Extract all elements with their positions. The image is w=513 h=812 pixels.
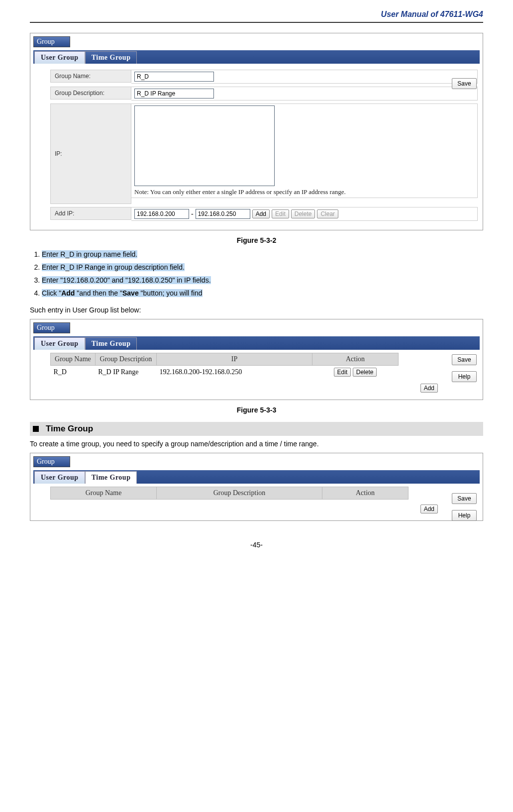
group-name-input[interactable] <box>134 72 214 82</box>
step-2: Enter R_D IP Range in group description … <box>42 263 185 271</box>
row-delete-button[interactable]: Delete <box>353 368 377 377</box>
th-group-name: Group Name <box>51 353 96 366</box>
dash: - <box>191 210 194 218</box>
delete-button[interactable]: Delete <box>291 209 315 218</box>
tab-time-group[interactable]: Time Group <box>85 51 137 64</box>
ip-listbox[interactable] <box>134 105 275 186</box>
panel-title-3: Group <box>33 456 70 467</box>
cell-name: R_D <box>51 366 96 379</box>
figure-5-3-3: Group User Group Time Group Group Name G… <box>30 319 483 400</box>
figure-time-group-list: Group User Group Time Group Group Name G… <box>30 453 483 521</box>
save-button-2[interactable]: Save <box>452 354 477 365</box>
tab-user-group-3[interactable]: User Group <box>34 471 85 484</box>
section-title: Time Group <box>46 424 93 434</box>
step-4-e: "button; you will find <box>141 289 203 297</box>
help-button-3[interactable]: Help <box>452 510 477 521</box>
edit-button[interactable]: Edit <box>272 209 289 218</box>
label-group-desc: Group Description: <box>50 87 131 100</box>
user-group-table: Group Name Group Description IP Action R… <box>50 353 399 379</box>
th-group-desc: Group Description <box>95 353 156 366</box>
tab-user-group[interactable]: User Group <box>34 51 85 64</box>
section-time-group: Time Group <box>30 422 483 436</box>
tab-time-group-3[interactable]: Time Group <box>85 471 137 484</box>
row-edit-button[interactable]: Edit <box>334 368 351 377</box>
th3-group-name: Group Name <box>51 487 157 500</box>
step-4-c: "and then the " <box>77 289 122 297</box>
step-4-a: Click " <box>42 289 61 297</box>
panel-title: Group <box>33 36 70 47</box>
th3-group-desc: Group Description <box>157 487 322 500</box>
table-row: R_D R_D IP Range 192.168.0.200-192.168.0… <box>51 366 399 379</box>
figure-5-3-2: Group User Group Time Group Group Name: … <box>30 33 483 230</box>
panel-title-2: Group <box>33 322 70 333</box>
tabs: User Group Time Group <box>33 50 480 64</box>
section-para: To create a time group, you need to spec… <box>30 440 483 448</box>
save-button-3[interactable]: Save <box>452 493 477 504</box>
page-number: -45- <box>30 541 483 549</box>
list-add-button-3[interactable]: Add <box>420 505 438 513</box>
help-button-2[interactable]: Help <box>452 371 477 382</box>
clear-button[interactable]: Clear <box>317 209 338 218</box>
ip-start-input[interactable] <box>134 209 189 219</box>
th-action: Action <box>312 353 399 366</box>
ip-end-input[interactable] <box>196 209 250 219</box>
cell-desc: R_D IP Range <box>95 366 156 379</box>
figure-caption-5-3-2: Figure 5-3-2 <box>30 236 483 244</box>
th3-action: Action <box>322 487 409 500</box>
tab-user-group-2[interactable]: User Group <box>34 337 85 350</box>
step-3: Enter "192.168.0.200" and "192.168.0.250… <box>42 276 211 284</box>
ip-note: Note: You can only either enter a single… <box>134 188 474 196</box>
doc-header: User Manual of 47611-WG4 <box>30 10 483 23</box>
instruction-steps: Enter R_D in group name field. Enter R_D… <box>30 250 483 297</box>
group-desc-input[interactable] <box>134 89 214 99</box>
step-1: Enter R_D in group name field. <box>42 250 137 258</box>
add-button[interactable]: Add <box>252 209 270 218</box>
tabs-2: User Group Time Group <box>33 336 480 350</box>
label-add-ip: Add IP: <box>50 207 131 220</box>
list-add-button[interactable]: Add <box>420 384 438 393</box>
save-button[interactable]: Save <box>452 78 477 89</box>
square-bullet-icon <box>33 426 39 432</box>
label-ip: IP: <box>50 103 131 204</box>
cell-ip: 192.168.0.200-192.168.0.250 <box>157 366 312 379</box>
th-ip: IP <box>157 353 312 366</box>
time-group-table: Group Name Group Description Action <box>50 487 409 500</box>
tab-time-group-2[interactable]: Time Group <box>85 337 137 350</box>
step-4-d: Save <box>122 289 141 297</box>
step-4-b: Add <box>61 289 77 297</box>
figure-caption-5-3-3: Figure 5-3-3 <box>30 406 483 414</box>
label-group-name: Group Name: <box>50 70 131 83</box>
para-between: Such entry in User Group list below: <box>30 306 483 314</box>
tabs-3: User Group Time Group <box>33 470 480 484</box>
